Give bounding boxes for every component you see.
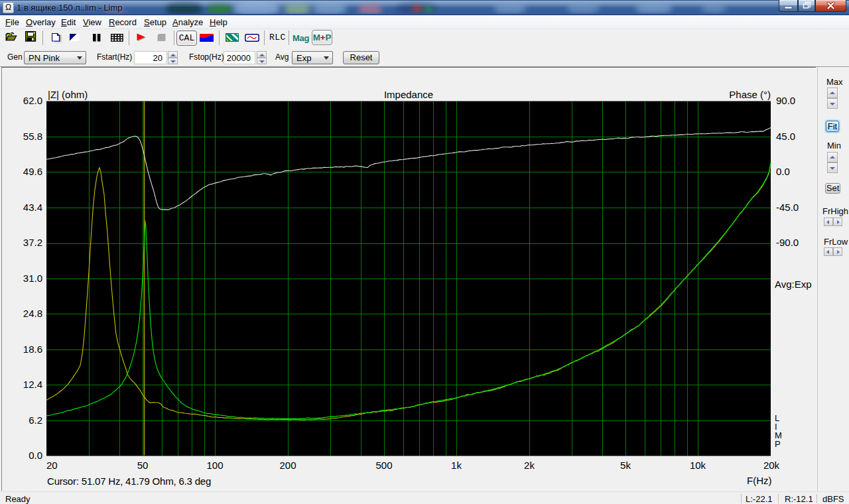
svg-text:Cursor: 51.07 Hz, 41.79 Ohm, 6: Cursor: 51.07 Hz, 41.79 Ohm, 6.3 deg [47, 475, 211, 487]
svg-text:200: 200 [279, 460, 296, 471]
svg-text:Phase (°): Phase (°) [729, 89, 771, 100]
svg-text:2k: 2k [524, 460, 535, 471]
svg-text:Avg:Exp: Avg:Exp [775, 279, 812, 290]
svg-text:90.0: 90.0 [776, 95, 795, 106]
svg-text:P: P [775, 439, 781, 449]
svg-text:6.2: 6.2 [29, 414, 42, 426]
svg-text:|Z| (ohm): |Z| (ohm) [48, 89, 88, 100]
svg-text:45.0: 45.0 [776, 131, 795, 142]
svg-text:500: 500 [375, 460, 392, 471]
svg-text:-90.0: -90.0 [776, 237, 799, 248]
svg-text:62.0: 62.0 [23, 95, 42, 106]
svg-text:18.6: 18.6 [23, 344, 42, 355]
svg-text:12.4: 12.4 [23, 379, 42, 390]
svg-text:0.0: 0.0 [776, 166, 790, 177]
svg-text:49.6: 49.6 [23, 166, 42, 177]
svg-text:1k: 1k [451, 460, 462, 471]
svg-text:43.4: 43.4 [23, 202, 42, 213]
svg-text:10k: 10k [690, 460, 706, 471]
svg-text:0.0: 0.0 [29, 450, 42, 461]
svg-text:Impedance: Impedance [384, 89, 433, 100]
svg-text:31.0: 31.0 [23, 273, 42, 284]
svg-text:50: 50 [137, 460, 149, 471]
svg-text:20: 20 [46, 460, 58, 471]
svg-text:F(Hz): F(Hz) [747, 475, 772, 486]
svg-text:24.8: 24.8 [23, 308, 42, 319]
svg-text:5k: 5k [620, 460, 631, 471]
svg-text:20k: 20k [763, 460, 780, 471]
svg-text:55.8: 55.8 [23, 131, 42, 142]
svg-text:37.2: 37.2 [23, 237, 42, 248]
svg-text:100: 100 [206, 460, 223, 471]
svg-text:-45.0: -45.0 [776, 202, 799, 213]
